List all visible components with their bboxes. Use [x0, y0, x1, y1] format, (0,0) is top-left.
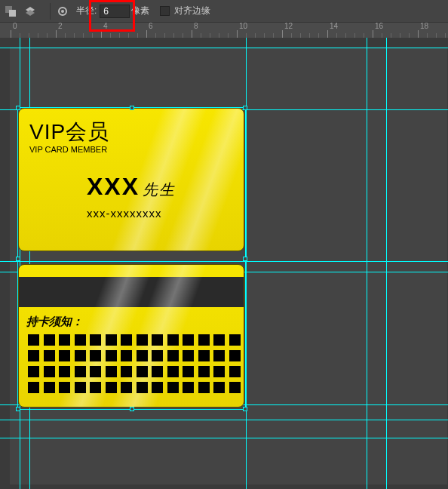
ruler-mark: 6	[149, 22, 153, 30]
radius-unit: 像素	[131, 5, 149, 17]
pattern-cell	[75, 366, 86, 377]
pattern-cell	[198, 382, 210, 393]
separator	[50, 3, 51, 20]
pattern-cell	[167, 366, 179, 377]
pattern-cell	[106, 382, 117, 393]
card-back[interactable]: 持卡须知：	[18, 264, 244, 408]
pattern-cell	[28, 382, 39, 393]
pattern-cell	[106, 334, 117, 346]
guide-vertical[interactable]	[367, 38, 367, 489]
pattern-cell	[44, 366, 55, 377]
card-title: VIP会员	[29, 118, 109, 146]
pattern-cell	[28, 350, 39, 361]
pattern-cell	[137, 382, 148, 393]
name-suffix: 先生	[143, 181, 176, 198]
guide-horizontal[interactable]	[0, 261, 448, 262]
pattern-cell	[121, 366, 132, 377]
guide-horizontal[interactable]	[0, 48, 448, 48]
pattern-cell	[90, 366, 101, 377]
card-front[interactable]: VIP会员 VIP CARD MEMBER XXX先生 xxx-xxxxxxxx	[18, 108, 244, 251]
pattern-cell	[28, 334, 39, 346]
ruler-mark: 2	[58, 22, 63, 30]
notice-label: 持卡须知：	[26, 315, 83, 329]
pattern-cell	[198, 334, 210, 346]
pattern-cell	[152, 366, 163, 377]
pattern-cell	[121, 350, 132, 361]
align-edges-label: 对齐边缘	[174, 5, 210, 17]
ruler-mark: 4	[103, 22, 108, 30]
canvas-viewport[interactable]: VIP会员 VIP CARD MEMBER XXX先生 xxx-xxxxxxxx…	[0, 38, 448, 489]
card-subtitle: VIP CARD MEMBER	[29, 145, 107, 154]
pattern-cell	[183, 334, 194, 346]
pattern-cell	[59, 382, 70, 393]
pattern-cell	[75, 382, 86, 393]
svg-rect-1	[9, 10, 16, 17]
guide-vertical[interactable]	[386, 38, 387, 489]
pattern-cell	[121, 382, 132, 393]
guide-vertical[interactable]	[29, 38, 30, 489]
ruler-mark: 0	[13, 22, 17, 30]
pattern-cell	[198, 366, 210, 377]
align-edges-checkbox[interactable]	[160, 6, 170, 16]
guide-vertical[interactable]	[246, 38, 247, 489]
guide-horizontal[interactable]	[0, 420, 448, 420]
pattern-cell	[183, 350, 194, 361]
pattern-cell	[198, 350, 210, 361]
pattern-cell	[167, 382, 179, 393]
pattern-cell	[75, 350, 86, 361]
pattern-cell	[229, 350, 241, 361]
ruler-mark: 10	[239, 22, 247, 30]
radius-label: 半径:	[76, 5, 97, 17]
layers-icon[interactable]	[24, 5, 36, 17]
pattern-cell	[106, 366, 117, 377]
pattern-cell	[213, 382, 225, 393]
pattern-cell	[59, 334, 70, 346]
pattern-cell	[229, 366, 241, 377]
pattern-cell	[152, 350, 163, 361]
ruler-mark: 12	[284, 22, 293, 30]
ruler-mark: 14	[330, 22, 338, 30]
pattern-cell	[121, 334, 132, 346]
guide-horizontal[interactable]	[0, 438, 448, 438]
ruler-mark: 16	[375, 22, 383, 30]
pattern-cell	[44, 350, 55, 361]
ruler-mark: 18	[420, 22, 428, 30]
pattern-cell	[75, 334, 86, 346]
pattern-cell	[137, 366, 148, 377]
name-text: XXX	[87, 173, 140, 200]
pattern-cell	[59, 366, 70, 377]
radius-input[interactable]	[100, 5, 130, 18]
pattern-cell	[213, 334, 225, 346]
svg-point-5	[61, 10, 64, 13]
pattern-cell	[152, 382, 163, 393]
svg-marker-3	[26, 10, 35, 16]
pattern-cell	[229, 382, 241, 393]
pattern-cell	[137, 334, 148, 346]
pattern-cell	[44, 382, 55, 393]
ruler-mark: 8	[194, 22, 198, 30]
options-toolbar: 半径: 像素 对齐边缘	[0, 0, 448, 23]
pattern-cell	[106, 350, 117, 361]
pattern-cell	[213, 366, 225, 377]
pattern-cell	[152, 334, 163, 346]
card-holder-name: XXX先生	[87, 173, 176, 201]
horizontal-ruler[interactable]: 024681012141618	[0, 23, 448, 38]
pattern-cell	[90, 382, 101, 393]
pattern-cell	[137, 350, 148, 361]
pattern-cell	[183, 382, 194, 393]
pattern-cell	[183, 366, 194, 377]
pattern-cell	[167, 350, 179, 361]
pattern-grid	[28, 334, 241, 398]
pattern-cell	[28, 366, 39, 377]
pattern-cell	[213, 350, 225, 361]
pattern-cell	[90, 334, 101, 346]
pattern-cell	[90, 350, 101, 361]
swap-color-icon[interactable]	[5, 5, 17, 17]
pattern-cell	[229, 334, 241, 346]
pattern-cell	[44, 334, 55, 346]
card-code: xxx-xxxxxxxx	[87, 207, 162, 220]
pattern-cell	[167, 334, 179, 346]
guide-vertical[interactable]	[20, 38, 20, 489]
gear-icon[interactable]	[57, 5, 69, 17]
pattern-cell	[59, 350, 70, 361]
